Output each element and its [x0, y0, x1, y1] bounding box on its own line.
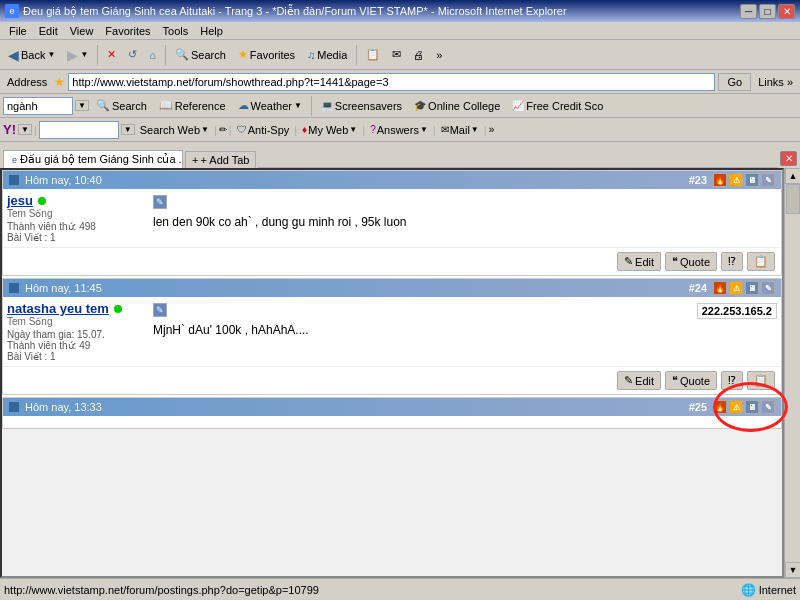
separator-3	[356, 45, 357, 65]
yahoo-toolbar: Y! ▼ | ▼ Search Web ▼ | ✏ | 🛡 Anti-Spy |…	[0, 118, 800, 142]
menu-edit[interactable]: Edit	[33, 24, 64, 38]
ybar-more-icon[interactable]: »	[489, 124, 495, 135]
scroll-thumb[interactable]	[786, 184, 800, 214]
post-24-text: MjnH` dAu' 100k , hAhAhA....	[153, 321, 691, 339]
more-button[interactable]: »	[431, 43, 447, 67]
post-23-edit-icon[interactable]: ✎	[153, 195, 167, 209]
post-24-more-button[interactable]: ⁉	[721, 371, 743, 390]
stop-icon: ✕	[107, 48, 116, 61]
quote-btn-icon-24: ❝	[672, 374, 678, 387]
go-button[interactable]: Go	[718, 73, 751, 91]
main-tab[interactable]: e Đấu giá bộ tem Giáng Sinh của ... ✕	[3, 150, 183, 168]
yahoo-search-input[interactable]	[39, 121, 119, 139]
edit-btn-icon-24: ✎	[624, 374, 633, 387]
menu-file[interactable]: File	[3, 24, 33, 38]
myweb-dropdown-icon[interactable]: ▼	[349, 125, 357, 134]
weather-dropdown-icon[interactable]: ▼	[294, 101, 302, 110]
search-web-button[interactable]: Search Web ▼	[137, 123, 212, 137]
scroll-down-button[interactable]: ▼	[785, 562, 800, 578]
post-block-23: Hôm nay, 10:40 #23 🔥 ⚠ 🖥 ✎	[2, 170, 782, 276]
scroll-up-button[interactable]: ▲	[785, 168, 800, 184]
post-24-edit-icon[interactable]: ✎	[153, 303, 167, 317]
myweb-button[interactable]: ♦ My Web ▼	[299, 123, 360, 137]
flame-icon-23: 🔥	[713, 173, 727, 187]
ybar-sep2: |	[229, 124, 232, 136]
favorites-button[interactable]: ★ Favorites	[233, 43, 300, 67]
post-23-info: jesu Tem Sống Thành viên thứ: 498 Bài Vi…	[7, 193, 147, 243]
toolbar2-dropdown-icon[interactable]: ▼	[75, 100, 89, 111]
address-input[interactable]	[68, 73, 715, 91]
add-tab-button[interactable]: + + Add Tab	[185, 151, 256, 168]
tab-bar: e Đấu giá bộ tem Giáng Sinh của ... ✕ + …	[0, 142, 800, 168]
content-close-button[interactable]: ✕	[780, 151, 797, 166]
post-23-edit-button[interactable]: ✎ Edit	[617, 252, 661, 271]
toolbar2: ▼ 🔍 Search 📖 Reference ☁ Weather ▼ 💻 Scr…	[0, 94, 800, 118]
post-24-username[interactable]: natasha yeu tem	[7, 301, 109, 316]
links-button[interactable]: Links »	[754, 76, 797, 88]
post-indicator-24	[9, 283, 19, 293]
post-23-quote-button[interactable]: ❝ Quote	[665, 252, 717, 271]
globe-icon: 🌐	[741, 583, 756, 597]
yahoo-dropdown[interactable]: ▼	[18, 124, 32, 135]
warn-icon-25: ⚠	[729, 400, 743, 414]
weather-button[interactable]: ☁ Weather ▼	[233, 97, 307, 114]
myweb-icon: ♦	[302, 124, 307, 135]
monitor-icon-23: 🖥	[745, 173, 759, 187]
answers-dropdown-icon[interactable]: ▼	[420, 125, 428, 134]
search-toolbar-button[interactable]: 🔍 Search	[91, 97, 152, 114]
post-24-quote-button[interactable]: ❝ Quote	[665, 371, 717, 390]
post-23-username[interactable]: jesu	[7, 193, 33, 208]
antispy-button[interactable]: 🛡 Anti-Spy	[234, 123, 293, 137]
mail-toolbar-button[interactable]: ✉ Mail ▼	[438, 123, 482, 137]
free-credit-button[interactable]: 📈 Free Credit Sco	[507, 98, 608, 114]
quote-btn-icon: ❝	[672, 255, 678, 268]
search-web-dropdown-icon[interactable]: ▼	[201, 125, 209, 134]
search-button[interactable]: 🔍 Search	[170, 43, 231, 67]
media-button[interactable]: ♫ Media	[302, 43, 352, 67]
minimize-button[interactable]: ─	[740, 4, 757, 19]
separator-1	[97, 45, 98, 65]
add-tab-icon: +	[192, 154, 198, 166]
toolbar2-search-input[interactable]	[3, 97, 73, 115]
edit-btn-icon: ✎	[624, 255, 633, 268]
menu-favorites[interactable]: Favorites	[99, 24, 156, 38]
mail-dropdown-icon[interactable]: ▼	[471, 125, 479, 134]
menu-tools[interactable]: Tools	[157, 24, 195, 38]
post-24-edit-button[interactable]: ✎ Edit	[617, 371, 661, 390]
menu-view[interactable]: View	[64, 24, 100, 38]
post-23-report-button[interactable]: 📋	[747, 252, 775, 271]
back-button[interactable]: ◀ Back ▼	[3, 43, 60, 67]
scroll-track	[785, 184, 800, 562]
edit-icon-25: ✎	[761, 400, 775, 414]
mail-button[interactable]: ✉	[387, 43, 406, 67]
close-button[interactable]: ✕	[778, 4, 795, 19]
online-college-button[interactable]: 🎓 Online College	[409, 98, 505, 114]
back-arrow-icon: ◀	[8, 47, 19, 63]
history-button[interactable]: 📋	[361, 43, 385, 67]
media-icon: ♫	[307, 49, 315, 61]
forum-container: Hôm nay, 10:40 #23 🔥 ⚠ 🖥 ✎	[2, 170, 782, 429]
forward-button[interactable]: ▶ ▼	[62, 43, 93, 67]
content-area: Hôm nay, 10:40 #23 🔥 ⚠ 🖥 ✎	[0, 168, 800, 578]
address-label: Address	[3, 76, 51, 88]
yahoo-input-dropdown[interactable]: ▼	[121, 124, 135, 135]
back-dropdown-icon[interactable]: ▼	[47, 50, 55, 59]
chart-icon: 📈	[512, 100, 524, 111]
separator-2	[165, 45, 166, 65]
post-23-more-button[interactable]: ⁉	[721, 252, 743, 271]
menu-help[interactable]: Help	[194, 24, 229, 38]
refresh-icon: ↺	[128, 48, 137, 61]
post-25-header: Hôm nay, 13:33 #25 🔥 ⚠ 🖥 ✎	[3, 398, 781, 416]
reference-button[interactable]: 📖 Reference	[154, 97, 231, 114]
post-23-rank: Tem Sống	[7, 208, 147, 219]
refresh-button[interactable]: ↺	[123, 43, 142, 67]
online-indicator-23	[38, 197, 46, 205]
print-button[interactable]: 🖨	[408, 43, 429, 67]
maximize-button[interactable]: □	[759, 4, 776, 19]
forward-dropdown-icon[interactable]: ▼	[80, 50, 88, 59]
post-24-report-button[interactable]: 📋	[747, 371, 775, 390]
answers-button[interactable]: ? Answers ▼	[367, 123, 431, 137]
stop-button[interactable]: ✕	[102, 43, 121, 67]
screensavers-button[interactable]: 💻 Screensavers	[316, 98, 407, 114]
home-button[interactable]: ⌂	[144, 43, 161, 67]
